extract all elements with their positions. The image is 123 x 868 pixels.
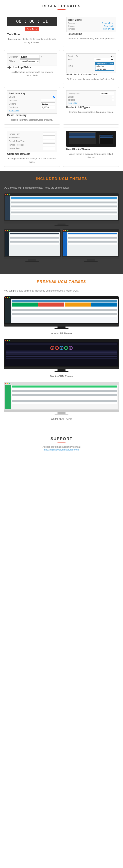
mac-screen-3 bbox=[62, 229, 119, 257]
inv-enable-checkbox[interactable] bbox=[53, 96, 55, 98]
fake-sidebar-2 bbox=[5, 232, 9, 256]
blocks-crm-mac-screen: 1 1 0 0 0 bbox=[4, 339, 119, 367]
mac-screen-content-3 bbox=[63, 232, 118, 256]
mac-base-3 bbox=[62, 257, 119, 259]
whitelabel-row-4 bbox=[12, 394, 117, 396]
theme-screenshot-2 bbox=[4, 229, 61, 262]
cd-task-type-input[interactable] bbox=[43, 140, 55, 143]
blocks-crm-topbar bbox=[6, 343, 117, 345]
inv-label-enable: Enable bbox=[9, 96, 15, 98]
themes-row-1 bbox=[4, 229, 119, 265]
tb-new-quote[interactable]: New Quote bbox=[104, 25, 114, 27]
mac-dot-yellow-2 bbox=[7, 230, 8, 231]
inv-label-inventory: Inventory bbox=[9, 99, 17, 101]
mac-dot-red-2 bbox=[5, 230, 6, 231]
adminlte-stat-blue bbox=[91, 303, 117, 307]
adminlte-topbar bbox=[12, 300, 117, 302]
blocks-crm-stat-1: 1 bbox=[50, 346, 54, 350]
fake-sidebar-3 bbox=[63, 232, 67, 256]
card-title-ticket: Ticket Billing bbox=[66, 32, 116, 35]
fake-row-1f bbox=[11, 210, 117, 211]
included-themes-title: INCLUDED UCM THEMES bbox=[4, 177, 119, 181]
tb-customer-name[interactable]: Barbara Read bbox=[101, 22, 114, 24]
pu-row-billable: Billable bbox=[68, 96, 114, 98]
ajax-row-customer: Customer ↖ bbox=[9, 55, 55, 59]
theme-screenshot-1 bbox=[4, 193, 119, 226]
ajax-customer-input[interactable] bbox=[20, 55, 40, 59]
fake-row-3b bbox=[68, 237, 117, 239]
whitelabel-screen-content bbox=[5, 385, 118, 409]
inv-current-input[interactable] bbox=[41, 102, 55, 105]
adminlte-stat-yellow bbox=[65, 303, 91, 307]
blocks-crm-mac-foot bbox=[54, 371, 69, 372]
premium-themes-section: PREMIUM UCM THEMES You can purchase addi… bbox=[0, 274, 123, 431]
cd-invoice-pref-input[interactable] bbox=[43, 132, 55, 135]
stop-timer-button[interactable]: Stop Timer bbox=[25, 27, 39, 31]
cd-hourly-input[interactable] bbox=[43, 136, 55, 139]
whitelabel-mac-dots bbox=[5, 383, 118, 384]
tb-label-customer: Customer bbox=[68, 22, 77, 24]
cd-row-receipts: Invoice Receipts bbox=[9, 143, 55, 146]
pu-label-qty: Quantity Unit bbox=[68, 93, 80, 95]
support-link[interactable]: http://ultimateclientmanager.com bbox=[44, 448, 79, 451]
blocks-theme-preview bbox=[66, 131, 116, 147]
card-basic-inventory: Basic Inventory Enable Inventory Current… bbox=[4, 87, 60, 125]
whitelabel-row-8 bbox=[12, 402, 117, 404]
inv-label-current: Current bbox=[9, 103, 15, 105]
card-title-timer: Task Timer bbox=[7, 33, 57, 36]
staff-dd-item-sample[interactable]: sample user bbox=[95, 68, 114, 70]
included-title-part1: INCLUDED bbox=[36, 177, 59, 181]
pu-row-qty: Quantity Unit bbox=[68, 92, 114, 95]
inv-more-fields-link[interactable]: more fields » bbox=[9, 110, 19, 112]
staff-dropdown-select[interactable]: Select Administrator Online John Doe sam… bbox=[94, 58, 114, 61]
adminlte-sidebar bbox=[5, 299, 11, 323]
pu-more-fields-link[interactable]: more fields » bbox=[68, 102, 79, 104]
premium-title-part1: PREMIUM bbox=[37, 280, 58, 284]
cards-grid: 00 : 00 : 11 Stop Timer Task Timer Time … bbox=[2, 13, 121, 167]
cd-label-receipts: Invoice Receipts bbox=[9, 144, 27, 146]
title-underline bbox=[57, 9, 66, 9]
card-title-ajax: Ajax Lookup Fields bbox=[7, 66, 57, 69]
cd-row-invoice-print: Invoice Print bbox=[9, 147, 55, 150]
blocks-crm-dot-red bbox=[5, 340, 6, 341]
fake-row-3c bbox=[68, 239, 117, 241]
adminlte-mac-dots bbox=[5, 297, 118, 298]
support-underline bbox=[57, 442, 66, 442]
card-desc-timer: Time your daily tasks. Bill for your tim… bbox=[7, 37, 57, 44]
whitelabel-topbar bbox=[12, 385, 117, 388]
ajax-row-billable: Billable New Customer bbox=[9, 59, 55, 63]
pu-billable-checkbox[interactable] bbox=[112, 96, 114, 98]
fake-row-1d bbox=[11, 206, 117, 207]
recent-updates-section: RECENT UPDATES 00 : 00 : 11 Stop Timer T… bbox=[0, 0, 123, 171]
pu-qty-input[interactable] bbox=[100, 92, 114, 95]
staff-dd-item-john[interactable]: John Doe bbox=[95, 65, 114, 68]
inv-inventory-input[interactable] bbox=[41, 99, 55, 102]
fake-row-1c bbox=[11, 204, 117, 205]
ajax-billable-select[interactable]: New Customer bbox=[20, 59, 40, 63]
tb-row-quotes: Quotes New Quote bbox=[68, 25, 114, 27]
adminlte-row-1 bbox=[12, 307, 117, 309]
mac-screen-1 bbox=[4, 193, 119, 221]
fake-main-3 bbox=[67, 232, 118, 256]
adminlte-row-2 bbox=[12, 309, 117, 311]
blocks-crm-screenshot: 1 1 0 0 0 bbox=[4, 339, 119, 372]
staff-dropdown-list: Administrator Online John Doe sample use… bbox=[95, 62, 114, 70]
fake-topbar-3 bbox=[68, 233, 117, 234]
whitelabel-dot-green bbox=[9, 383, 10, 384]
mac-dot-red-1 bbox=[5, 194, 6, 195]
mac-dots-2 bbox=[5, 230, 60, 231]
pu-taxable-checkbox[interactable] bbox=[112, 99, 114, 101]
whitelabel-row-5 bbox=[12, 396, 117, 398]
tb-new-invoice[interactable]: New Invoice bbox=[103, 28, 114, 30]
cd-invoice-print-input[interactable] bbox=[43, 147, 55, 150]
included-title-underline bbox=[57, 182, 66, 182]
blocks-crm-dot-yellow bbox=[7, 340, 8, 341]
whitelabel-main bbox=[11, 385, 118, 409]
mac-screen-content-1 bbox=[5, 196, 118, 220]
cd-receipts-input[interactable] bbox=[43, 143, 55, 146]
staff-dd-item-admin[interactable]: Administrator Online bbox=[95, 62, 114, 65]
inv-costprice-input[interactable] bbox=[41, 106, 55, 109]
whitelabel-row-1 bbox=[12, 388, 117, 390]
card-title-blocks-theme: New Blocks Theme bbox=[66, 148, 116, 151]
theme-screenshot-3 bbox=[62, 229, 119, 262]
